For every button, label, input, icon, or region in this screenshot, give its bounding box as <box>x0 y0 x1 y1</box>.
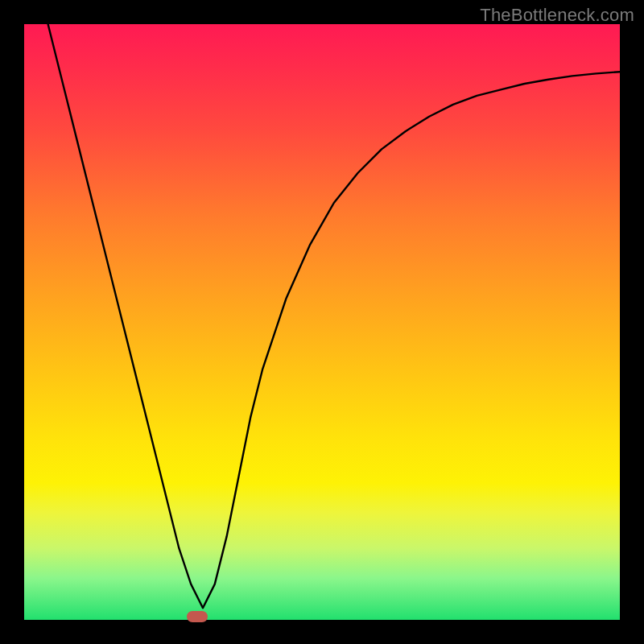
plot-area <box>24 24 620 620</box>
minimum-marker <box>187 611 208 622</box>
bottleneck-curve <box>48 24 620 608</box>
chart-frame: TheBottleneck.com <box>0 0 644 644</box>
watermark-text: TheBottleneck.com <box>480 5 634 26</box>
curve-svg <box>24 24 620 620</box>
